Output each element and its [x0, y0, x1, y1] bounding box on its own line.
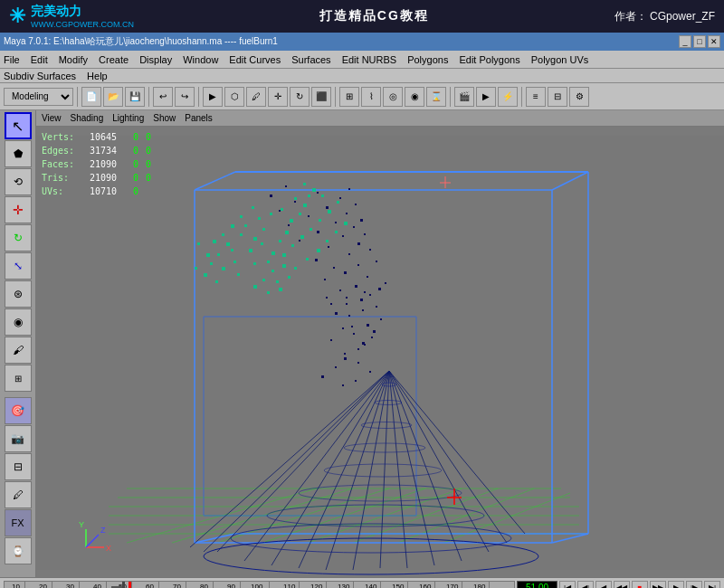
verts-v3: 0 — [146, 130, 151, 144]
vp-menu-view[interactable]: View — [42, 113, 62, 123]
play-back-button[interactable]: ◀◀ — [614, 581, 630, 589]
viewport[interactable]: View Shading Lighting Show Panels Verts:… — [36, 110, 724, 577]
menu-display[interactable]: Display — [139, 54, 172, 65]
vp-menu-show[interactable]: Show — [153, 113, 176, 123]
svg-text:Y: Y — [79, 520, 84, 529]
save-button[interactable]: 💾 — [125, 87, 145, 107]
uvs-val: 10710 — [90, 185, 126, 198]
scale-tool[interactable]: ⬛ — [311, 87, 331, 107]
show-tool-settings[interactable]: ⚙ — [569, 87, 589, 107]
svg-rect-103 — [348, 188, 350, 190]
verts-v2: 0 — [133, 130, 138, 144]
snap-curve[interactable]: ⌇ — [361, 87, 381, 107]
show-attribute-editor[interactable]: ⊟ — [548, 87, 567, 107]
render-preview-btn[interactable]: 🎯 — [5, 397, 32, 424]
next-key-button[interactable]: |▶ — [686, 581, 702, 589]
menu-edit[interactable]: Edit — [31, 54, 48, 65]
vp-menu-shading[interactable]: Shading — [71, 113, 104, 123]
rotate-tool[interactable]: ↻ — [290, 87, 310, 107]
menu-edit-nurbs[interactable]: Edit NURBS — [342, 54, 397, 65]
fx-btn[interactable]: FX — [5, 509, 32, 536]
menu-polygon-uvs[interactable]: Polygon UVs — [531, 54, 589, 65]
maximize-button[interactable]: □ — [693, 35, 706, 48]
svg-text:X: X — [106, 544, 111, 553]
svg-rect-114 — [355, 380, 357, 382]
history-toggle[interactable]: ⌛ — [426, 87, 446, 107]
snap-grid[interactable]: ⊞ — [339, 87, 359, 107]
timeline-track[interactable]: 10 20 30 40 50 60 70 80 90 100 110 120 1… — [4, 581, 515, 589]
svg-rect-109 — [344, 357, 347, 360]
redo-button[interactable]: ↪ — [175, 87, 195, 107]
camera-btn[interactable]: 📷 — [5, 425, 32, 452]
menu-file[interactable]: File — [4, 54, 20, 65]
open-button[interactable]: 📂 — [103, 87, 123, 107]
prev-key-button[interactable]: ◀| — [577, 581, 594, 589]
frame-number-input[interactable]: 51.00 — [517, 581, 557, 589]
select-tool-btn[interactable]: ↖ — [5, 112, 32, 139]
edges-val: 31734 — [90, 144, 126, 157]
move-btn[interactable]: ✛ — [5, 196, 32, 223]
prev-frame-button[interactable]: ◀ — [595, 581, 612, 589]
svg-rect-133 — [253, 262, 256, 265]
play-forward-button[interactable]: ▶▶ — [650, 581, 666, 589]
svg-rect-177 — [231, 224, 234, 228]
menu-help[interactable]: Help — [87, 71, 108, 81]
vp-menu-panels[interactable]: Panels — [185, 113, 213, 123]
banner-center: 打造精品CG教程 — [310, 8, 438, 24]
vp-menu-lighting[interactable]: Lighting — [112, 113, 144, 123]
paint-select-btn[interactable]: ⬟ — [5, 140, 32, 167]
lasso-tool[interactable]: ⬡ — [224, 87, 244, 107]
snap-point[interactable]: ◎ — [383, 87, 403, 107]
menu-surfaces[interactable]: Surfaces — [291, 54, 330, 65]
show-channel-box[interactable]: ≡ — [526, 87, 546, 107]
menu-edit-curves[interactable]: Edit Curves — [229, 54, 281, 65]
svg-rect-67 — [376, 306, 377, 308]
mode-dropdown[interactable]: Modeling Animation Rendering — [4, 88, 73, 106]
author-text: 作者： CGpower_ZF — [614, 9, 715, 24]
soft-select[interactable]: ◉ — [405, 87, 424, 107]
new-scene-button[interactable]: 📄 — [81, 87, 101, 107]
scale-btn[interactable]: ⤡ — [5, 252, 32, 280]
tick-150: 150 — [392, 583, 404, 589]
ipr-render[interactable]: ⚡ — [498, 87, 518, 107]
toolbar-sep5 — [450, 87, 451, 107]
jump-end-button[interactable]: ▶| — [704, 581, 720, 589]
move-tool[interactable]: ✛ — [268, 87, 288, 107]
svg-rect-141 — [281, 208, 283, 211]
universal-manip-btn[interactable]: ⊛ — [5, 280, 32, 308]
select-tool[interactable]: ▶ — [203, 87, 223, 107]
toolbar-separator — [77, 87, 78, 107]
brush-btn[interactable]: 🖊 — [5, 481, 32, 508]
stop-button[interactable]: ■ — [632, 581, 648, 589]
close-button[interactable]: ✕ — [708, 35, 720, 48]
timeline-playhead[interactable] — [129, 582, 131, 589]
paint-tool[interactable]: 🖊 — [246, 87, 266, 107]
svg-rect-95 — [346, 213, 348, 214]
menu-edit-polygons[interactable]: Edit Polygons — [459, 54, 519, 65]
render-button[interactable]: ▶ — [476, 87, 496, 107]
svg-rect-112 — [369, 371, 371, 373]
menu-polygons[interactable]: Polygons — [407, 54, 448, 65]
grid-btn[interactable]: ⊟ — [5, 453, 32, 480]
menu-window[interactable]: Window — [183, 54, 218, 65]
tris-v3: 0 — [146, 171, 151, 185]
sculpt-btn[interactable]: 🖌 — [5, 337, 32, 364]
render-settings[interactable]: 🎬 — [454, 87, 474, 107]
faces-val: 21090 — [90, 157, 126, 171]
menu-subdiv-surfaces[interactable]: Subdiv Surfaces — [4, 71, 76, 81]
svg-rect-140 — [290, 219, 293, 223]
undo-button[interactable]: ↩ — [153, 87, 173, 107]
lasso-btn[interactable]: ⟲ — [5, 168, 32, 195]
svg-rect-158 — [262, 279, 265, 281]
menu-create[interactable]: Create — [99, 54, 129, 65]
menu-modify[interactable]: Modify — [59, 54, 88, 65]
svg-rect-102 — [317, 192, 319, 194]
show-manip-btn[interactable]: ⊞ — [5, 365, 32, 392]
next-frame-button[interactable]: ▶ — [668, 581, 684, 589]
soft-mod-btn[interactable]: ◉ — [5, 308, 32, 336]
minimize-button[interactable]: _ — [679, 35, 691, 48]
anim-btn[interactable]: ⌚ — [5, 537, 32, 564]
jump-start-button[interactable]: |◀ — [559, 581, 576, 589]
rotate-btn[interactable]: ↻ — [5, 224, 32, 251]
title-text: Maya 7.0.1: E:\haha\哈玩意儿\jiaocheng\huosh… — [4, 35, 278, 48]
